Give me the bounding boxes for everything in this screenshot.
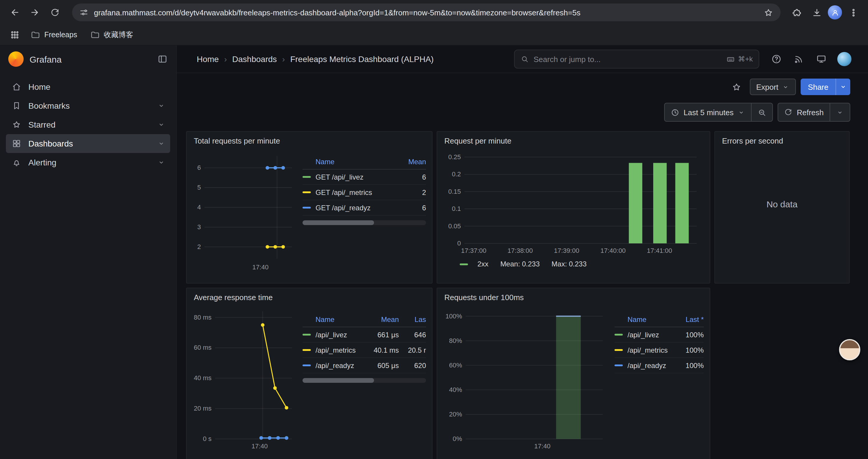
- svg-text:60 ms: 60 ms: [194, 344, 212, 351]
- series-swatch: [303, 349, 311, 351]
- grafana-logo[interactable]: [8, 52, 24, 67]
- table-row[interactable]: /api/_readyz 100%: [615, 358, 704, 373]
- url-text[interactable]: grafana.mathmast.com/d/deytv4rwavabkb/fr…: [94, 8, 758, 17]
- legend-table: Name Last * /api/_livez 100% /api/_metri…: [615, 313, 704, 452]
- user-avatar[interactable]: [837, 52, 851, 66]
- export-label: Export: [756, 83, 778, 91]
- svg-text:100%: 100%: [445, 313, 462, 320]
- chevron-down-icon[interactable]: [157, 102, 165, 110]
- table-row[interactable]: /api/_metrics 100%: [615, 342, 704, 358]
- horizontal-scrollbar[interactable]: [303, 220, 426, 225]
- news-button[interactable]: [794, 54, 804, 64]
- scrollbar-thumb[interactable]: [303, 220, 374, 225]
- extensions-button[interactable]: [788, 4, 805, 21]
- col-mean[interactable]: Mean: [362, 316, 399, 324]
- sidebar-item-label: Starred: [28, 120, 56, 129]
- sidebar-item-label: Alerting: [28, 158, 56, 167]
- sidebar-item-alerting[interactable]: Alerting: [6, 153, 170, 172]
- horizontal-scrollbar[interactable]: [303, 378, 426, 383]
- downloads-button[interactable]: [808, 4, 826, 21]
- col-mean[interactable]: Mean: [393, 158, 426, 166]
- refresh-button[interactable]: Refresh: [778, 103, 830, 121]
- reload-icon: [50, 8, 60, 17]
- main-area: Home › Dashboards › Freeleaps Metrics Da…: [177, 45, 868, 459]
- browser-menu-button[interactable]: [844, 4, 862, 21]
- bookmark-label: 收藏博客: [104, 30, 133, 40]
- export-button[interactable]: Export: [749, 78, 796, 95]
- assistant-avatar[interactable]: [839, 339, 860, 360]
- series-swatch: [460, 263, 468, 265]
- panel-left-icon: [157, 54, 168, 64]
- legend-header: Name Mean Las: [303, 313, 426, 327]
- table-row[interactable]: /api/_readyz 605 μs 620: [303, 358, 426, 373]
- address-bar[interactable]: grafana.mathmast.com/d/deytv4rwavabkb/fr…: [72, 4, 780, 21]
- total-requests-chart: 6543217:40: [193, 148, 297, 273]
- col-last[interactable]: Last *: [674, 316, 704, 324]
- panel-title[interactable]: Average response time: [194, 293, 426, 302]
- share-button[interactable]: Share: [801, 78, 836, 95]
- col-name[interactable]: Name: [303, 316, 362, 324]
- sidebar-toggle-button[interactable]: [157, 54, 168, 64]
- time-range-label: Last 5 minutes: [684, 108, 734, 117]
- panel-title[interactable]: Request per minute: [444, 136, 704, 145]
- scrollbar-thumb[interactable]: [303, 378, 374, 383]
- bookmark-folder-blogs[interactable]: 收藏博客: [85, 28, 138, 42]
- sidebar-item-dashboards[interactable]: Dashboards: [6, 134, 170, 153]
- back-button[interactable]: [6, 4, 24, 21]
- col-name[interactable]: Name: [615, 316, 674, 324]
- table-row[interactable]: GET /api/_readyz 6: [303, 200, 426, 216]
- breadcrumb-home[interactable]: Home: [197, 54, 219, 64]
- sidebar-item-bookmarks[interactable]: Bookmarks: [6, 96, 170, 115]
- panel-title[interactable]: Total requests per minute: [194, 136, 426, 145]
- svg-text:20 ms: 20 ms: [194, 405, 212, 412]
- refresh-interval-button[interactable]: [830, 103, 850, 121]
- col-last[interactable]: Las: [399, 316, 426, 324]
- bookmark-folder-freeleaps[interactable]: Freeleaps: [26, 28, 82, 41]
- keyboard-icon: [726, 55, 735, 64]
- apps-grid-button[interactable]: [7, 27, 23, 42]
- time-range-picker[interactable]: Last 5 minutes: [665, 103, 751, 121]
- svg-text:40%: 40%: [449, 386, 462, 393]
- panel-title[interactable]: Errors per second: [722, 136, 843, 145]
- sidebar-item-label: Bookmarks: [28, 101, 70, 110]
- forward-button[interactable]: [26, 4, 44, 21]
- breadcrumb-dashboards[interactable]: Dashboards: [232, 54, 277, 64]
- chevron-down-icon[interactable]: [157, 121, 165, 129]
- share-menu-button[interactable]: [836, 78, 850, 95]
- col-name[interactable]: Name: [303, 158, 393, 166]
- svg-text:4: 4: [197, 203, 201, 211]
- table-row[interactable]: GET /api/_metrics 2: [303, 185, 426, 200]
- sidebar-item-home[interactable]: Home: [6, 77, 170, 96]
- reload-button[interactable]: [46, 4, 64, 21]
- chevron-down-icon: [782, 83, 790, 91]
- help-button[interactable]: [771, 54, 782, 64]
- series-swatch: [615, 364, 623, 366]
- chevron-down-icon[interactable]: [157, 139, 165, 148]
- chevron-down-icon[interactable]: [157, 158, 165, 167]
- favorite-dashboard-button[interactable]: [731, 82, 741, 92]
- bell-icon: [12, 158, 21, 167]
- breadcrumb-current: Freeleaps Metrics Dashboard (ALPHA): [290, 54, 434, 64]
- sidebar-item-starred[interactable]: Starred: [6, 115, 170, 134]
- zoom-out-icon: [758, 108, 767, 117]
- refresh-label: Refresh: [797, 108, 824, 117]
- chevron-down-icon: [836, 108, 844, 116]
- series-swatch: [303, 176, 311, 178]
- table-row[interactable]: GET /api/_livez 6: [303, 169, 426, 185]
- sidebar-item-label: Home: [28, 82, 51, 92]
- table-row[interactable]: /api/_metrics 40.1 ms 20.5 r: [303, 342, 426, 358]
- site-info-icon[interactable]: [79, 8, 89, 17]
- kiosk-mode-button[interactable]: [816, 54, 827, 64]
- zoom-out-button[interactable]: [751, 103, 773, 121]
- bookmark-star-icon[interactable]: [764, 7, 773, 18]
- panel-request-per-minute: Request per minute 0.250.20.150.10.05017…: [437, 131, 710, 284]
- table-row[interactable]: /api/_livez 100%: [615, 327, 704, 342]
- series-name[interactable]: 2xx: [477, 260, 488, 268]
- svg-text:80 ms: 80 ms: [194, 314, 212, 321]
- svg-text:17:40:00: 17:40:00: [600, 247, 626, 254]
- panel-title[interactable]: Requests under 100ms: [444, 293, 704, 302]
- browser-profile-avatar[interactable]: [828, 5, 842, 20]
- search-input[interactable]: Search or jump to... ⌘+k: [514, 50, 759, 68]
- table-row[interactable]: /api/_livez 661 μs 646: [303, 327, 426, 342]
- svg-text:40 ms: 40 ms: [194, 374, 212, 382]
